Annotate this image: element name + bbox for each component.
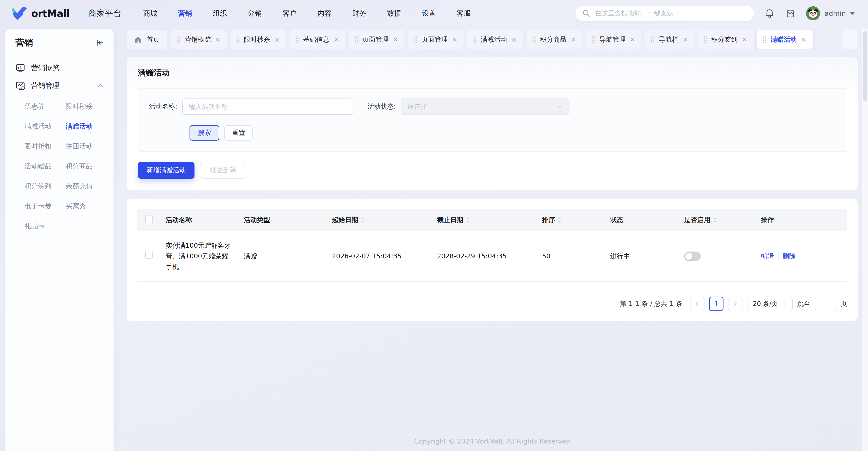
brand-logo-icon xyxy=(12,7,28,20)
theme-skin-icon[interactable] xyxy=(785,8,796,19)
tab-item[interactable]: 页面管理 xyxy=(408,30,464,49)
nav-item-settings[interactable]: 设置 xyxy=(422,9,436,18)
scrollbar-thumb[interactable] xyxy=(863,31,867,102)
submenu-item-points-signin[interactable]: 积分签到 xyxy=(24,176,66,196)
drag-handle-icon xyxy=(532,35,536,44)
tab-item[interactable]: 导航管理 xyxy=(586,30,641,49)
page-size-select[interactable]: 20 条/页 xyxy=(747,297,793,311)
batch-delete-button[interactable]: 批量删除 xyxy=(200,162,246,179)
tab-item[interactable]: 满减活动 xyxy=(467,30,523,49)
close-icon[interactable] xyxy=(630,37,636,43)
search-placeholder: 在这里查找功能，一键直达 xyxy=(595,9,674,18)
nav-item-service[interactable]: 客服 xyxy=(457,9,471,18)
submenu-item-full-gift[interactable]: 满赠活动 xyxy=(66,116,107,136)
delete-link[interactable]: 删除 xyxy=(782,252,796,260)
tab-label: 满赠活动 xyxy=(771,35,797,44)
submenu-item-gifts[interactable]: 活动赠品 xyxy=(24,156,66,176)
close-icon[interactable] xyxy=(570,37,576,43)
tab-item[interactable]: 基础信息 xyxy=(289,30,345,49)
drag-handle-icon xyxy=(592,35,595,44)
sidebar-submenu: 优惠券 限时秒杀 满减活动 满赠活动 限时折扣 拼团活动 活动赠品 积分商品 积… xyxy=(5,96,114,236)
sidebar-item-label: 营销管理 xyxy=(31,81,59,90)
col-activity-type: 活动类型 xyxy=(239,209,327,231)
tab-item[interactable]: 页面管理 xyxy=(349,30,404,49)
nav-item-data[interactable]: 数据 xyxy=(387,9,401,18)
global-search-input[interactable]: 在这里查找功能，一键直达 xyxy=(575,6,754,21)
submenu-item-time-discount[interactable]: 限时折扣 xyxy=(24,136,66,156)
nav-item-marketing[interactable]: 营销 xyxy=(178,9,192,18)
close-icon[interactable] xyxy=(393,37,399,43)
close-icon[interactable] xyxy=(333,37,339,43)
close-icon[interactable] xyxy=(682,37,688,43)
collapse-sidebar-icon[interactable] xyxy=(95,38,104,47)
search-icon xyxy=(583,9,590,17)
close-icon[interactable] xyxy=(452,37,458,43)
tab-item-active[interactable]: 满赠活动 xyxy=(757,30,813,49)
user-avatar[interactable] xyxy=(806,6,820,20)
overview-icon xyxy=(16,63,25,73)
submenu-item-balance-recharge[interactable]: 余额充值 xyxy=(66,176,107,196)
nav-item-customer[interactable]: 客户 xyxy=(283,9,297,18)
sort-icon[interactable] xyxy=(558,217,562,223)
submenu-item-ecard[interactable]: 电子卡券 xyxy=(24,196,66,216)
activity-name-label: 活动名称: xyxy=(149,102,177,111)
nav-item-org[interactable]: 组织 xyxy=(213,9,227,18)
current-page-button[interactable]: 1 xyxy=(709,297,723,311)
notification-bell-icon[interactable] xyxy=(765,8,775,19)
submenu-item-flash-sale[interactable]: 限时秒杀 xyxy=(66,96,107,116)
activity-name-input[interactable] xyxy=(182,98,353,115)
add-activity-button[interactable]: 新增满赠活动 xyxy=(138,162,194,179)
submenu-item-coupon[interactable]: 优惠券 xyxy=(24,96,66,116)
jump-page-input[interactable] xyxy=(815,297,836,311)
next-page-button[interactable] xyxy=(728,297,742,311)
submenu-item-full-reduction[interactable]: 满减活动 xyxy=(24,116,66,136)
sidebar-item-label: 营销概览 xyxy=(31,63,59,73)
sidebar-item-manage[interactable]: 营销管理 xyxy=(5,73,114,90)
sort-icon[interactable] xyxy=(713,217,717,223)
page-scrollbar[interactable] xyxy=(862,29,868,451)
nav-item-content[interactable]: 内容 xyxy=(317,9,332,18)
close-icon[interactable] xyxy=(215,37,221,43)
col-start-date[interactable]: 起始日期 xyxy=(328,209,433,231)
filter-panel: 满赠活动 活动名称: 活动状态: 请选择 搜索 重置 新增满赠活动 批量删除 xyxy=(127,57,858,190)
tab-home[interactable]: 首页 xyxy=(127,30,167,49)
close-icon[interactable] xyxy=(274,37,280,43)
username-label[interactable]: admin xyxy=(825,9,846,18)
nav-item-finance[interactable]: 财务 xyxy=(352,9,366,18)
drag-handle-icon xyxy=(177,35,181,44)
col-enabled[interactable]: 是否启用 xyxy=(680,209,756,231)
tab-overflow-stub xyxy=(842,30,858,49)
tab-item[interactable]: 导航栏 xyxy=(645,30,694,49)
search-button[interactable]: 搜索 xyxy=(189,125,219,141)
col-end-date[interactable]: 截止日期 xyxy=(432,209,537,231)
enable-toggle[interactable] xyxy=(684,252,701,261)
activity-status-select[interactable]: 请选择 xyxy=(401,98,569,115)
submenu-item-group-buy[interactable]: 拼团活动 xyxy=(66,136,107,156)
reset-button[interactable]: 重置 xyxy=(224,125,253,141)
tab-item[interactable]: 营销概览 xyxy=(171,30,227,49)
sort-icon[interactable] xyxy=(361,217,365,223)
close-icon[interactable] xyxy=(742,37,747,43)
sidebar-title: 营销 xyxy=(16,37,33,49)
close-icon[interactable] xyxy=(511,37,517,43)
col-sort[interactable]: 排序 xyxy=(537,209,606,231)
sort-icon[interactable] xyxy=(466,217,469,223)
col-activity-name: 活动名称 xyxy=(161,209,239,231)
close-icon[interactable] xyxy=(801,37,807,43)
nav-item-mall[interactable]: 商城 xyxy=(144,9,157,18)
submenu-item-gift-card[interactable]: 礼品卡 xyxy=(24,216,66,236)
toggle-knob xyxy=(685,253,692,260)
submenu-item-points-goods[interactable]: 积分商品 xyxy=(66,156,107,176)
submenu-item-buyer-show[interactable]: 买家秀 xyxy=(66,196,107,216)
sidebar-item-overview[interactable]: 营销概览 xyxy=(5,55,114,73)
row-checkbox[interactable] xyxy=(145,251,153,258)
footer-copyright: Copyright © 2024 VortMall. All Rights Re… xyxy=(127,438,858,445)
tab-item[interactable]: 积分签到 xyxy=(698,30,753,49)
prev-page-button[interactable] xyxy=(690,297,705,311)
select-all-checkbox[interactable] xyxy=(145,216,153,223)
tab-item[interactable]: 限时秒杀 xyxy=(230,30,286,49)
nav-item-distribution[interactable]: 分销 xyxy=(248,9,262,18)
user-menu-caret-icon[interactable] xyxy=(850,12,855,15)
tab-item[interactable]: 积分商品 xyxy=(527,30,582,49)
edit-link[interactable]: 编辑 xyxy=(761,252,774,260)
